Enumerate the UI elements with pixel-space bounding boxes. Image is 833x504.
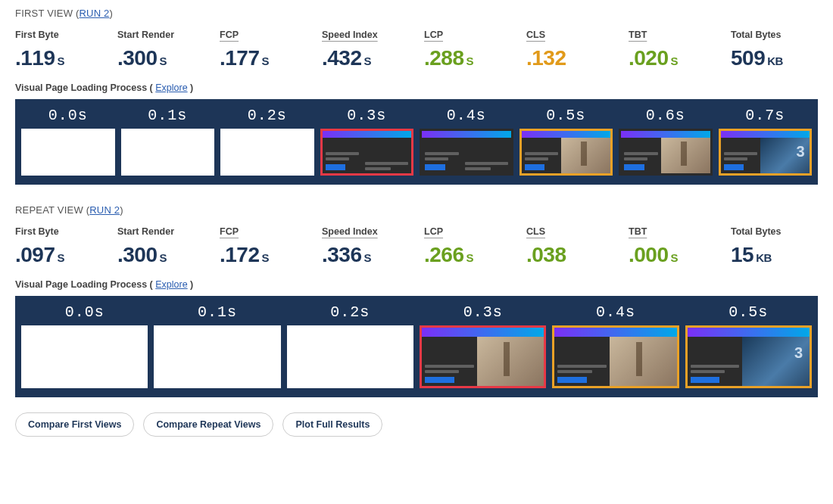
metric-label[interactable]: Speed Index — [322, 30, 409, 42]
repeat-view-explore-link[interactable]: Explore — [155, 279, 187, 290]
repeat-view-filmstrip: 0.0s0.1s0.2s0.3s0.4s0.5s — [15, 296, 818, 398]
metric-label[interactable]: LCP — [424, 226, 511, 238]
frame-thumbnail[interactable] — [420, 325, 546, 389]
frame-time-label: 0.7s — [745, 107, 785, 124]
first-view-frame[interactable]: 0.1s — [121, 107, 215, 176]
frame-time-label: 0.1s — [148, 107, 187, 124]
metric-value: .288S — [424, 46, 511, 70]
compare-first-views-button[interactable]: Compare First Views — [15, 412, 134, 437]
first-view-metric-speed-index: Speed Index.432S — [322, 30, 409, 70]
first-view-frame[interactable]: 0.6s — [619, 107, 713, 176]
frame-time-label: 0.1s — [198, 303, 237, 321]
metric-label[interactable]: TBT — [629, 226, 716, 238]
frame-time-label: 0.0s — [48, 107, 88, 124]
first-view-frame[interactable]: 0.5s — [519, 107, 613, 176]
first-view-metric-total-bytes: Total Bytes509KB — [731, 30, 818, 70]
metric-value: 15KB — [731, 243, 818, 267]
metric-value: 509KB — [731, 46, 818, 70]
compare-buttons-row: Compare First Views Compare Repeat Views… — [15, 412, 818, 437]
frame-time-label: 0.6s — [646, 107, 685, 124]
first-view-frame[interactable]: 0.7s — [719, 107, 813, 176]
repeat-view-metric-fcp: FCP.172S — [220, 226, 307, 267]
repeat-view-run-link[interactable]: RUN 2 — [89, 204, 120, 216]
first-view-vpl-label: Visual Page Loading Process ( Explore ) — [15, 82, 818, 93]
frame-thumbnail[interactable] — [154, 325, 280, 389]
frame-time-label: 0.3s — [347, 107, 386, 124]
metric-value: .119S — [15, 46, 102, 70]
metric-value: .300S — [117, 243, 204, 267]
frame-time-label: 0.2s — [248, 107, 287, 124]
frame-thumbnail[interactable] — [287, 325, 413, 389]
first-view-metric-fcp: FCP.177S — [220, 30, 307, 70]
frame-thumbnail[interactable] — [21, 325, 148, 389]
repeat-view-metric-speed-index: Speed Index.336S — [322, 226, 409, 267]
repeat-view-vpl-label: Visual Page Loading Process ( Explore ) — [15, 279, 818, 290]
first-view-frame[interactable]: 0.0s — [21, 107, 115, 176]
metric-label[interactable]: Speed Index — [322, 226, 409, 238]
first-view-run-link[interactable]: RUN 2 — [80, 8, 110, 19]
frame-thumbnail[interactable] — [552, 325, 679, 389]
frame-time-label: 0.5s — [546, 107, 585, 124]
metric-label: Start Render — [117, 30, 204, 42]
metric-label[interactable]: FCP — [220, 30, 307, 42]
frame-thumbnail[interactable] — [685, 325, 812, 389]
frame-thumbnail[interactable] — [420, 129, 513, 176]
compare-repeat-views-button[interactable]: Compare Repeat Views — [143, 412, 273, 437]
metric-label: Total Bytes — [731, 30, 818, 42]
metric-value: .300S — [117, 46, 204, 70]
metric-value: .177S — [220, 46, 307, 70]
frame-time-label: 0.4s — [596, 303, 635, 321]
frame-time-label: 0.0s — [65, 303, 105, 321]
metric-label[interactable]: LCP — [424, 30, 511, 42]
metric-value: .132 — [526, 46, 613, 70]
repeat-view-frame[interactable]: 0.1s — [154, 303, 280, 389]
repeat-view-metric-cls: CLS.038 — [526, 226, 613, 267]
repeat-view-frame[interactable]: 0.5s — [685, 303, 812, 389]
frame-time-label: 0.5s — [728, 303, 768, 321]
repeat-view-metric-first-byte: First Byte.097S — [15, 226, 102, 267]
frame-thumbnail[interactable] — [619, 129, 713, 176]
first-view-metrics: First Byte.119SStart Render.300SFCP.177S… — [15, 30, 818, 70]
metric-label: First Byte — [15, 30, 102, 42]
metric-label[interactable]: CLS — [526, 226, 613, 238]
metric-label: Start Render — [117, 226, 204, 238]
repeat-view-metrics: First Byte.097SStart Render.300SFCP.172S… — [15, 226, 818, 267]
frame-thumbnail[interactable] — [121, 129, 215, 176]
repeat-view-metric-tbt: TBT.000S — [629, 226, 716, 267]
repeat-view-heading: REPEAT VIEW (RUN 2) — [15, 204, 818, 216]
metric-value: .432S — [322, 46, 409, 70]
metric-label[interactable]: CLS — [526, 30, 613, 42]
metric-value: .000S — [629, 243, 716, 267]
metric-label[interactable]: TBT — [629, 30, 716, 42]
metric-value: .266S — [424, 243, 511, 267]
first-view-explore-link[interactable]: Explore — [155, 82, 187, 93]
frame-thumbnail[interactable] — [220, 129, 314, 176]
repeat-view-frame[interactable]: 0.3s — [420, 303, 546, 389]
first-view-filmstrip: 0.0s0.1s0.2s0.3s0.4s0.5s0.6s0.7s — [15, 99, 818, 185]
metric-value: .172S — [220, 243, 307, 267]
frame-time-label: 0.4s — [447, 107, 486, 124]
metric-value: .336S — [322, 243, 409, 267]
metric-value: .038 — [526, 243, 613, 267]
metric-label[interactable]: FCP — [220, 226, 307, 238]
metric-label: First Byte — [15, 226, 102, 238]
first-view-metric-first-byte: First Byte.119S — [15, 30, 102, 70]
metric-label: Total Bytes — [731, 226, 818, 238]
first-view-metric-start-render: Start Render.300S — [117, 30, 204, 70]
repeat-view-frame[interactable]: 0.4s — [552, 303, 679, 389]
repeat-view-metric-total-bytes: Total Bytes15KB — [731, 226, 818, 267]
frame-time-label: 0.2s — [330, 303, 370, 321]
metric-value: .020S — [629, 46, 716, 70]
repeat-view-frame[interactable]: 0.0s — [21, 303, 148, 389]
first-view-metric-tbt: TBT.020S — [629, 30, 716, 70]
frame-time-label: 0.3s — [463, 303, 503, 321]
first-view-frame[interactable]: 0.2s — [220, 107, 314, 176]
first-view-frame[interactable]: 0.4s — [420, 107, 513, 176]
frame-thumbnail[interactable] — [320, 129, 414, 176]
first-view-frame[interactable]: 0.3s — [320, 107, 414, 176]
plot-full-results-button[interactable]: Plot Full Results — [282, 412, 382, 437]
frame-thumbnail[interactable] — [719, 129, 813, 176]
repeat-view-frame[interactable]: 0.2s — [287, 303, 413, 389]
frame-thumbnail[interactable] — [21, 129, 115, 176]
frame-thumbnail[interactable] — [519, 129, 613, 176]
